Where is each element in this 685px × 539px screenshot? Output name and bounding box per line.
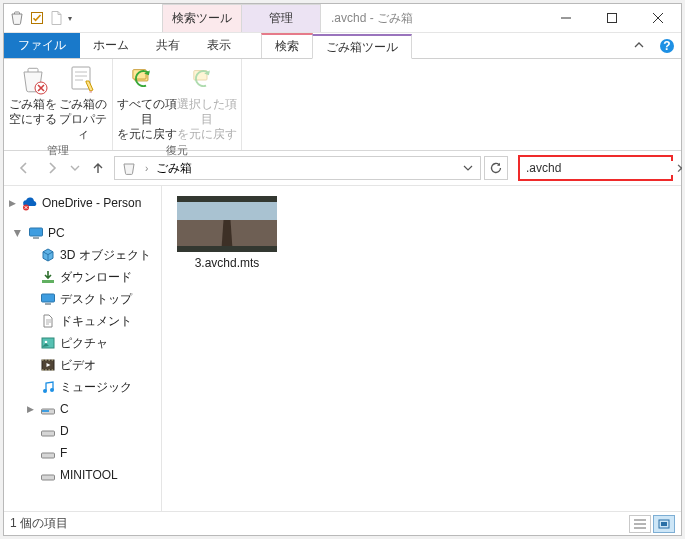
context-tab-label: 検索ツール: [172, 10, 232, 27]
context-tab-manage[interactable]: 管理: [241, 4, 321, 32]
tree-item-pc[interactable]: ▶ PC: [4, 222, 161, 244]
back-button[interactable]: [12, 156, 36, 180]
svg-text:?: ?: [663, 39, 670, 53]
close-button[interactable]: [635, 4, 681, 32]
tree-item-downloads[interactable]: ▶ダウンロード: [4, 266, 161, 288]
ribbon-group-manage: ごみ箱を 空にする ごみ箱の プロパティ 管理: [4, 59, 113, 150]
minimize-button[interactable]: [543, 4, 589, 32]
tree-item-pictures[interactable]: ▶ピクチャ: [4, 332, 161, 354]
tab-recycle-bin-tools[interactable]: ごみ箱ツール: [312, 34, 412, 59]
empty-bin-icon: [17, 64, 49, 96]
chevron-right-icon[interactable]: ▶: [6, 198, 18, 208]
items-view[interactable]: 3.avchd.mts: [162, 186, 681, 511]
svg-rect-10: [30, 228, 43, 236]
context-tab-search-tools[interactable]: 検索ツール: [162, 4, 242, 32]
navigation-pane[interactable]: ▶ OneDrive - Person ▶ PC ▶3D オブジェクト ▶ダウン…: [4, 186, 162, 511]
help-button[interactable]: ?: [653, 33, 681, 58]
tree-item-drive-d[interactable]: ▶D: [4, 420, 161, 442]
details-view-button[interactable]: [629, 515, 651, 533]
tree-item-documents[interactable]: ▶ドキュメント: [4, 310, 161, 332]
restore-all-items-button[interactable]: すべての項目 を元に戻す: [117, 62, 177, 142]
tab-label: ファイル: [18, 37, 66, 54]
downloads-icon: [40, 269, 56, 285]
onedrive-icon: [22, 195, 38, 211]
tree-item-desktop[interactable]: ▶デスクトップ: [4, 288, 161, 310]
tab-label: ごみ箱ツール: [326, 39, 398, 56]
breadcrumb-separator-icon[interactable]: ›: [143, 163, 150, 174]
cube-icon: [40, 247, 56, 263]
file-item[interactable]: 3.avchd.mts: [172, 196, 282, 270]
large-icons-view-button[interactable]: [653, 515, 675, 533]
tab-share[interactable]: 共有: [143, 33, 194, 58]
svg-rect-24: [42, 475, 55, 480]
search-box[interactable]: ✕: [518, 155, 673, 181]
button-label: 選択した項目: [177, 97, 237, 127]
restore-selected-items-button: 選択した項目 を元に戻す: [177, 62, 237, 142]
tab-search[interactable]: 検索: [261, 33, 313, 58]
tree-item-drive-minitool[interactable]: ▶MINITOOL: [4, 464, 161, 486]
address-bar-history-button[interactable]: [458, 157, 478, 179]
tree-item-videos[interactable]: ▶ビデオ: [4, 354, 161, 376]
empty-recycle-bin-button[interactable]: ごみ箱を 空にする: [8, 62, 58, 142]
tree-item-label: ダウンロード: [60, 269, 132, 286]
qat-dropdown-icon[interactable]: ▾: [68, 14, 80, 23]
tree-item-label: ビデオ: [60, 357, 96, 374]
tab-home[interactable]: ホーム: [80, 33, 143, 58]
music-icon: [40, 379, 56, 395]
tab-label: 表示: [207, 37, 231, 54]
refresh-button[interactable]: [484, 156, 508, 180]
recent-locations-button[interactable]: [68, 156, 82, 180]
tree-item-label: F: [60, 446, 67, 460]
tree-item-label: MINITOOL: [60, 468, 118, 482]
tab-label: 共有: [156, 37, 180, 54]
button-label: ごみ箱の: [59, 97, 107, 112]
button-label: を元に戻す: [117, 127, 177, 142]
tree-item-drive-c[interactable]: ▶C: [4, 398, 161, 420]
restore-all-icon: [131, 64, 163, 96]
svg-rect-23: [42, 453, 55, 458]
breadcrumb-root-icon[interactable]: [117, 157, 141, 179]
qat-checkbox-icon[interactable]: [28, 9, 46, 27]
clear-search-button[interactable]: ✕: [676, 161, 685, 176]
svg-point-18: [43, 389, 47, 393]
svg-rect-11: [33, 237, 39, 239]
tree-item-onedrive[interactable]: ▶ OneDrive - Person: [4, 192, 161, 214]
svg-point-16: [45, 341, 48, 344]
desktop-icon: [40, 291, 56, 307]
drive-icon: [40, 445, 56, 461]
button-label: プロパティ: [58, 112, 108, 142]
window-title: .avchd - ごみ箱: [321, 4, 543, 32]
svg-rect-21: [42, 410, 49, 412]
tree-item-3d-objects[interactable]: ▶3D オブジェクト: [4, 244, 161, 266]
drive-icon: [40, 423, 56, 439]
button-label: ごみ箱を: [9, 97, 57, 112]
tree-item-label: ピクチャ: [60, 335, 108, 352]
svg-rect-26: [661, 522, 667, 526]
maximize-button[interactable]: [589, 4, 635, 32]
chevron-down-icon[interactable]: ▶: [13, 227, 23, 239]
breadcrumb-item[interactable]: ごみ箱: [152, 157, 196, 179]
restore-selected-icon: [191, 64, 223, 96]
forward-button[interactable]: [40, 156, 64, 180]
recycle-bin-icon: [8, 9, 26, 27]
qat-document-icon[interactable]: [48, 9, 66, 27]
up-button[interactable]: [86, 156, 110, 180]
collapse-ribbon-button[interactable]: [625, 33, 653, 58]
tab-view[interactable]: 表示: [194, 33, 245, 58]
videos-icon: [40, 357, 56, 373]
recycle-bin-properties-button[interactable]: ごみ箱の プロパティ: [58, 62, 108, 142]
tree-item-drive-f[interactable]: ▶F: [4, 442, 161, 464]
address-bar[interactable]: › ごみ箱: [114, 156, 481, 180]
search-input[interactable]: [526, 161, 676, 175]
item-count-label: 1 個の項目: [10, 515, 68, 532]
tree-item-label: D: [60, 424, 69, 438]
tree-item-label: ドキュメント: [60, 313, 132, 330]
chevron-right-icon[interactable]: ▶: [24, 404, 36, 414]
title-bar: ▾ 検索ツール 管理 .avchd - ごみ箱: [4, 4, 681, 33]
tab-file[interactable]: ファイル: [4, 33, 80, 58]
button-label: 空にする: [9, 112, 57, 127]
tree-item-music[interactable]: ▶ミュージック: [4, 376, 161, 398]
svg-rect-1: [608, 14, 617, 23]
svg-rect-13: [42, 294, 55, 302]
tree-item-label: OneDrive - Person: [42, 196, 141, 210]
